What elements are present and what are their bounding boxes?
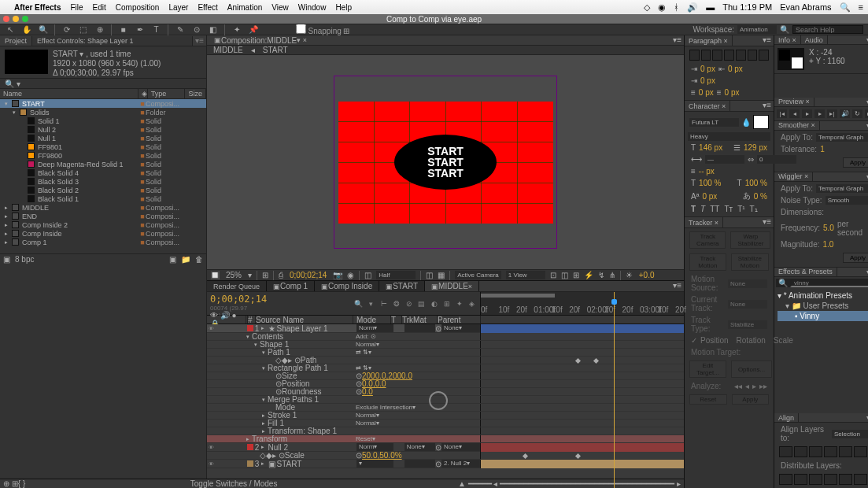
window-minimize[interactable] bbox=[13, 16, 19, 22]
camera-tool-icon[interactable]: ⬚ bbox=[78, 24, 88, 35]
transparency-icon[interactable]: ▦ bbox=[438, 271, 445, 279]
tab-effects-presets[interactable]: Effects & Presets bbox=[774, 268, 837, 276]
tl-search-icon[interactable]: 🔍 bbox=[353, 298, 364, 309]
magnify-icon[interactable]: 🔲 bbox=[210, 271, 220, 279]
clock[interactable]: Thu 1:19 PM bbox=[722, 2, 772, 12]
battery-icon[interactable]: ▬ bbox=[706, 2, 715, 12]
tab-start[interactable]: ▣ START bbox=[379, 281, 425, 291]
search-help-input[interactable] bbox=[792, 25, 863, 34]
eraser-tool-icon[interactable]: ◧ bbox=[208, 24, 218, 35]
fast-preview-icon[interactable]: ⚡ bbox=[584, 271, 593, 279]
panel-menu-icon[interactable]: ▾≡ bbox=[193, 36, 206, 45]
col-size[interactable]: Size bbox=[185, 89, 206, 98]
align-b-icon[interactable] bbox=[854, 446, 867, 457]
tracker-reset-button[interactable]: Reset bbox=[689, 394, 727, 405]
options-button[interactable]: Options... bbox=[731, 360, 772, 378]
leading[interactable]: 129 px bbox=[744, 143, 767, 152]
show-snapshot-icon[interactable]: ◉ bbox=[347, 271, 354, 279]
align-right-icon[interactable] bbox=[712, 50, 722, 61]
tab-comp-inside[interactable]: ▣ Comp Inside bbox=[315, 281, 379, 291]
preview-menu-icon[interactable]: ▾≡ bbox=[864, 98, 868, 106]
text-color-swatch[interactable] bbox=[753, 115, 769, 129]
first-frame-icon[interactable]: |◂ bbox=[777, 109, 787, 118]
dist-3-icon[interactable] bbox=[809, 474, 822, 485]
justify-left-icon[interactable] bbox=[724, 50, 734, 61]
wiggler-freq[interactable]: 5.0 bbox=[823, 224, 834, 232]
project-item[interactable]: ▸END■Composi... bbox=[0, 212, 206, 220]
kerning[interactable]: — bbox=[705, 155, 744, 164]
menu-view[interactable]: View bbox=[271, 3, 289, 12]
roto-tool-icon[interactable]: ✦ bbox=[231, 24, 242, 35]
h-scale[interactable]: 100 % bbox=[745, 179, 767, 187]
timeline-ruler[interactable]: 0f10f20f01:00f10f20f02:00f10f20f03:00f10… bbox=[481, 292, 684, 315]
col-parent[interactable]: Parent bbox=[438, 316, 481, 323]
project-item[interactable]: FF9800■Solid bbox=[0, 151, 206, 160]
exposure-reset-icon[interactable]: ☀ bbox=[626, 271, 633, 279]
align-vc-icon[interactable] bbox=[839, 446, 852, 457]
font-family-dropdown[interactable]: Futura LT bbox=[689, 118, 739, 127]
project-item[interactable]: ▾START■Composi... bbox=[0, 99, 206, 108]
tab-effect-controls[interactable]: Effect Controls: Shape Layer 1 bbox=[32, 36, 193, 46]
comp-timecode[interactable]: 0;00;02;14 bbox=[288, 271, 328, 279]
col-t[interactable]: T bbox=[391, 316, 402, 323]
project-item[interactable]: ▸MIDDLE■Composi... bbox=[0, 203, 206, 212]
motion-source-dropdown[interactable]: None bbox=[728, 279, 767, 288]
all-caps-icon[interactable]: TT bbox=[710, 205, 719, 213]
pixel-aspect-icon[interactable]: ⊞ bbox=[573, 271, 579, 279]
timeline-menu-icon[interactable]: ▾≡ bbox=[670, 281, 684, 291]
project-item[interactable]: Black Solid 1■Solid bbox=[0, 194, 206, 203]
hide-shy-icon[interactable]: ⊘ bbox=[404, 298, 414, 309]
dist-4-icon[interactable] bbox=[824, 474, 837, 485]
menu-layer[interactable]: Layer bbox=[168, 3, 188, 12]
comp-viewer[interactable]: START START START bbox=[207, 55, 684, 269]
v-scale[interactable]: 100 % bbox=[699, 179, 721, 187]
menu-help[interactable]: Help bbox=[335, 3, 352, 12]
bracket-icons[interactable]: { } bbox=[18, 479, 25, 488]
align-to-dropdown[interactable]: Selection bbox=[832, 430, 868, 438]
tab-composition[interactable]: ▣ Composition: MIDDLE ▾ × bbox=[209, 35, 312, 45]
project-item[interactable]: ▸Comp Inside■Composi... bbox=[0, 229, 206, 238]
project-item[interactable]: Null 1■Solid bbox=[0, 134, 206, 142]
view1-icon[interactable]: ⊡ bbox=[550, 271, 556, 279]
pen-tool-icon[interactable]: ✒ bbox=[135, 24, 145, 35]
smoother-apply-dropdown[interactable]: Temporal Graph bbox=[816, 133, 868, 142]
font-size[interactable]: 146 px bbox=[699, 143, 722, 152]
align-l-icon[interactable] bbox=[779, 446, 792, 457]
window-close[interactable] bbox=[3, 16, 9, 22]
current-time-indicator[interactable] bbox=[614, 292, 615, 488]
project-item[interactable]: Black Solid 3■Solid bbox=[0, 177, 206, 186]
wiggler-noise-dropdown[interactable]: Smooth bbox=[826, 196, 868, 205]
wiggler-menu-icon[interactable]: ▾≡ bbox=[864, 172, 868, 181]
tab-wiggler[interactable]: Wiggler × bbox=[774, 172, 813, 181]
spotlight-icon[interactable]: 🔍 bbox=[840, 2, 851, 13]
user-name[interactable]: Evan Abrams bbox=[780, 2, 831, 12]
tab-project[interactable]: Project bbox=[0, 36, 32, 46]
clone-tool-icon[interactable]: ⊙ bbox=[191, 24, 201, 35]
align-t-icon[interactable] bbox=[824, 446, 837, 457]
col-mode[interactable]: Mode bbox=[353, 316, 391, 323]
property-row[interactable]: ▸TransformReset▾ bbox=[207, 435, 684, 443]
col-label[interactable]: ◈ bbox=[139, 89, 148, 98]
frame-blend-icon[interactable]: ▤ bbox=[416, 298, 427, 309]
project-thumbnail[interactable] bbox=[5, 50, 48, 74]
tab-preview[interactable]: Preview × bbox=[774, 98, 814, 106]
menu-edit[interactable]: Edit bbox=[93, 3, 106, 12]
character-menu-icon[interactable]: ▾≡ bbox=[760, 101, 774, 111]
tab-comp1[interactable]: ▣ Comp 1 bbox=[267, 281, 315, 291]
interpret-icon[interactable]: ▣ bbox=[3, 255, 10, 264]
align-menu-icon[interactable]: ▾≡ bbox=[864, 413, 868, 422]
faux-bold-icon[interactable]: T bbox=[691, 205, 696, 213]
tracker-apply-button[interactable]: Apply bbox=[732, 394, 770, 405]
brainstorm-icon[interactable]: ✦ bbox=[454, 298, 464, 309]
tab-tracker[interactable]: Tracker × bbox=[685, 217, 723, 227]
snapping-checkbox[interactable] bbox=[296, 24, 306, 34]
stabilize-motion-button[interactable]: Stabilize Motion bbox=[731, 253, 769, 271]
menu-window[interactable]: Window bbox=[298, 3, 327, 12]
faux-italic-icon[interactable]: T bbox=[700, 205, 705, 213]
zoom-tool-icon[interactable]: 🔍 bbox=[38, 24, 48, 35]
align-center-icon[interactable] bbox=[701, 50, 711, 61]
ram-preview-icon[interactable]: ▸▸ bbox=[865, 109, 868, 118]
resolution-dropdown[interactable]: Half bbox=[376, 271, 416, 279]
effects-menu-icon[interactable]: ▾≡ bbox=[864, 268, 868, 276]
project-item[interactable]: FF9801■Solid bbox=[0, 142, 206, 151]
